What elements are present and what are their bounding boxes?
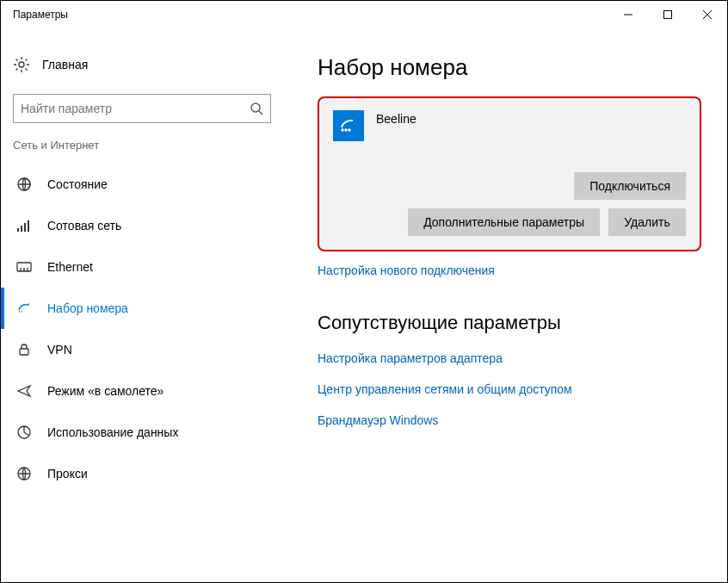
nav-label: Прокси xyxy=(47,467,88,481)
nav-status[interactable]: Состояние xyxy=(1,164,283,205)
connection-panel: Beeline Подключиться Дополнительные пара… xyxy=(318,96,701,251)
connection-header[interactable]: Beeline xyxy=(333,110,686,141)
connect-button[interactable]: Подключиться xyxy=(574,172,686,200)
svg-rect-11 xyxy=(28,220,29,232)
home-label: Главная xyxy=(42,58,88,71)
gear-icon xyxy=(13,56,30,73)
delete-button[interactable]: Удалить xyxy=(608,208,686,236)
nav-proxy[interactable]: Прокси xyxy=(1,453,283,494)
svg-rect-9 xyxy=(21,226,22,232)
titlebar: Параметры xyxy=(1,1,727,28)
related-sharing-link[interactable]: Центр управления сетями и общим доступом xyxy=(318,382,701,396)
nav-label: VPN xyxy=(47,343,72,357)
svg-point-5 xyxy=(251,103,260,112)
nav-label: Состояние xyxy=(47,177,108,191)
window-controls xyxy=(608,1,727,28)
cellular-icon xyxy=(16,218,32,233)
nav-airplane[interactable]: Режим «в самолете» xyxy=(1,370,283,412)
data-usage-icon xyxy=(16,425,32,440)
nav-dialup[interactable]: Набор номера xyxy=(1,288,283,329)
sidebar: Главная Сеть и Интернет Состояние Сотова… xyxy=(1,28,292,582)
svg-rect-8 xyxy=(17,228,19,232)
svg-rect-16 xyxy=(20,349,28,355)
nav-ethernet[interactable]: Ethernet xyxy=(1,246,283,288)
connection-dialup-icon xyxy=(333,110,364,141)
search-box[interactable] xyxy=(13,94,271,123)
advanced-button[interactable]: Дополнительные параметры xyxy=(408,208,600,236)
ethernet-icon xyxy=(16,259,32,275)
svg-point-4 xyxy=(19,62,24,67)
svg-point-21 xyxy=(349,129,350,131)
related-title: Сопутствующие параметры xyxy=(318,312,701,334)
nav-label: Ethernet xyxy=(47,260,93,274)
svg-rect-10 xyxy=(24,223,26,232)
home-button[interactable]: Главная xyxy=(1,49,283,80)
search-input[interactable] xyxy=(21,102,250,115)
main-panel: Набор номера Beeline Подключиться Дополн… xyxy=(292,28,727,582)
close-button[interactable] xyxy=(688,1,727,28)
minimize-button[interactable] xyxy=(608,1,648,28)
proxy-icon xyxy=(16,466,32,481)
related-adapter-link[interactable]: Настройка параметров адаптера xyxy=(318,351,701,365)
nav-label: Использование данных xyxy=(47,425,178,439)
maximize-button[interactable] xyxy=(648,1,688,28)
dialup-icon xyxy=(16,301,32,316)
svg-rect-1 xyxy=(664,11,672,19)
airplane-icon xyxy=(16,383,32,399)
nav-data-usage[interactable]: Использование данных xyxy=(1,412,283,453)
svg-point-20 xyxy=(345,129,347,131)
svg-point-19 xyxy=(342,129,343,131)
related-firewall-link[interactable]: Брандмауэр Windows xyxy=(318,413,701,427)
nav-label: Набор номера xyxy=(47,301,128,315)
svg-line-6 xyxy=(259,111,262,115)
nav-label: Режим «в самолете» xyxy=(47,384,163,398)
category-label: Сеть и Интернет xyxy=(1,139,283,164)
vpn-icon xyxy=(16,342,32,357)
nav-vpn[interactable]: VPN xyxy=(1,329,283,370)
page-title: Набор номера xyxy=(318,54,701,81)
status-icon xyxy=(16,177,32,192)
connection-name: Beeline xyxy=(376,110,416,126)
nav-cellular[interactable]: Сотовая сеть xyxy=(1,205,283,246)
window-title: Параметры xyxy=(13,9,608,21)
new-connection-link[interactable]: Настройка нового подключения xyxy=(318,264,701,277)
search-icon xyxy=(250,102,263,115)
nav-label: Сотовая сеть xyxy=(47,219,121,233)
